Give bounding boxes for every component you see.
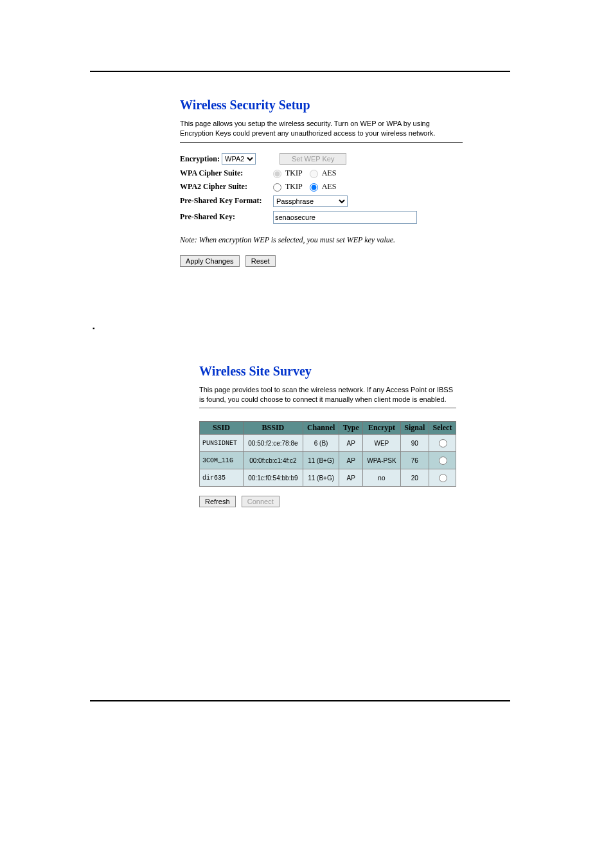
col-bssid: BSSID (243, 422, 303, 435)
separator (180, 142, 463, 143)
encryption-select[interactable]: WPA2 (222, 153, 256, 165)
cell-channel: 11 (B+G) (303, 469, 339, 487)
cell-ssid: PUNSIDNET (200, 435, 244, 452)
survey-table: SSID BSSID Channel Type Encrypt Signal S… (199, 421, 456, 487)
cell-channel: 11 (B+G) (303, 452, 339, 469)
cell-ssid: 3COM_11G (200, 452, 244, 469)
cell-signal: 76 (400, 452, 429, 469)
cell-bssid: 00:1c:f0:54:bb:b9 (243, 469, 303, 487)
select-radio[interactable] (439, 439, 447, 448)
psk-input[interactable] (273, 211, 417, 224)
col-signal: Signal (400, 422, 429, 435)
col-encrypt: Encrypt (363, 422, 401, 435)
bullet-marker: ▪ (93, 325, 510, 332)
cell-signal: 90 (400, 435, 429, 452)
wpa-aes-radio (310, 170, 318, 178)
cell-signal: 20 (400, 469, 429, 487)
psk-format-label: Pre-Shared Key Format: (180, 196, 273, 206)
col-type: Type (339, 422, 363, 435)
cell-select (429, 469, 456, 487)
cell-channel: 6 (B) (303, 435, 339, 452)
cell-bssid: 00:50:f2:ce:78:8e (243, 435, 303, 452)
table-row: dir635 00:1c:f0:54:bb:b9 11 (B+G) AP no … (200, 469, 456, 487)
cell-select (429, 452, 456, 469)
cell-encrypt: no (363, 469, 401, 487)
wpa-aes-label: AES (322, 168, 337, 178)
table-row: PUNSIDNET 00:50:f2:ce:78:8e 6 (B) AP WEP… (200, 435, 456, 452)
wpa-tkip-label: TKIP (285, 168, 303, 178)
cell-type: AP (339, 452, 363, 469)
cell-select (429, 435, 456, 452)
cell-type: AP (339, 469, 363, 487)
set-wep-key-button: Set WEP Key (280, 153, 346, 165)
wpa2-aes-label: AES (322, 182, 337, 192)
psk-label: Pre-Shared Key: (180, 212, 273, 222)
col-select: Select (429, 422, 456, 435)
col-channel: Channel (303, 422, 339, 435)
bottom-rule (90, 700, 510, 701)
reset-button[interactable]: Reset (245, 255, 276, 267)
cell-encrypt: WPA-PSK (363, 452, 401, 469)
cell-type: AP (339, 435, 363, 452)
survey-header-row: SSID BSSID Channel Type Encrypt Signal S… (200, 422, 456, 435)
select-radio[interactable] (439, 457, 447, 465)
cell-ssid: dir635 (200, 469, 244, 487)
wireless-site-survey-panel: Wireless Site Survey This page provides … (199, 364, 456, 508)
wpa-cipher-group: TKIP AES (273, 168, 336, 178)
refresh-button[interactable]: Refresh (199, 496, 236, 507)
col-ssid: SSID (200, 422, 244, 435)
wireless-security-panel: Wireless Security Setup This page allows… (180, 98, 463, 267)
wpa2-cipher-group: TKIP AES (273, 182, 336, 192)
survey-desc: This page provides tool to scan the wire… (199, 385, 456, 404)
wpa2-aes-radio[interactable] (310, 183, 318, 192)
wpa-cipher-label: WPA Cipher Suite: (180, 168, 273, 178)
select-radio[interactable] (439, 474, 447, 482)
encryption-label: Encryption: WPA2 (180, 153, 273, 165)
security-desc: This page allows you setup the wireless … (180, 119, 463, 138)
wep-note: Note: When encryption WEP is selected, y… (180, 235, 463, 245)
wpa2-tkip-radio[interactable] (273, 183, 281, 192)
top-rule (90, 71, 510, 72)
cell-bssid: 00:0f:cb:c1:4f:c2 (243, 452, 303, 469)
wpa-tkip-radio (273, 170, 281, 178)
security-title: Wireless Security Setup (180, 98, 463, 113)
wpa2-tkip-label: TKIP (285, 182, 303, 192)
survey-title: Wireless Site Survey (199, 364, 456, 379)
table-row: 3COM_11G 00:0f:cb:c1:4f:c2 11 (B+G) AP W… (200, 452, 456, 469)
separator (199, 408, 456, 408)
connect-button: Connect (242, 496, 280, 507)
apply-changes-button[interactable]: Apply Changes (180, 255, 240, 267)
wpa2-cipher-label: WPA2 Cipher Suite: (180, 182, 273, 192)
psk-format-select[interactable]: Passphrase (273, 195, 348, 207)
cell-encrypt: WEP (363, 435, 401, 452)
